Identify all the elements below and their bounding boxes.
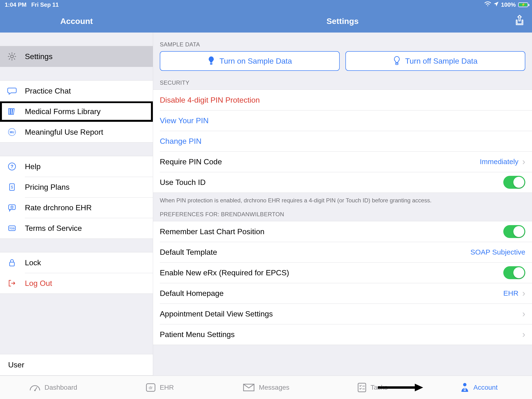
tab-messages[interactable]: Messages [213,383,319,392]
sidebar-user-label: User [8,361,24,369]
header-right-title: Settings [327,17,359,26]
change-pin-row[interactable]: Change PIN [153,131,532,152]
cell-value: SOAP Subjective [470,248,525,256]
gear-icon [6,52,18,61]
sidebar: Settings Practice Chat Medical Forms Lib… [0,32,153,376]
sidebar-item-practice-chat[interactable]: Practice Chat [0,81,153,101]
tab-label: Dashboard [44,384,77,391]
sidebar-item-forms-library[interactable]: Medical Forms Library [0,101,153,122]
svg-point-16 [34,390,36,391]
tos-icon: TOS [6,223,18,233]
svg-marker-22 [415,384,423,391]
star-chat-icon [6,203,18,212]
cell-label: Default Template [160,248,217,257]
books-icon [6,107,18,116]
sidebar-user-row[interactable]: User [0,354,153,376]
svg-text:$: $ [11,185,13,189]
location-icon [494,1,499,8]
button-label: Turn off Sample Data [405,57,477,66]
share-button[interactable] [515,15,524,26]
cell-label: Patient Menu Settings [160,330,235,339]
main-content: SAMPLE DATA Turn on Sample Data Turn off… [153,32,532,376]
sidebar-item-label: Meaningful Use Report [18,128,103,137]
lock-icon [6,258,18,267]
disable-pin-row[interactable]: Disable 4-digit PIN Protection [153,90,532,110]
require-pin-row[interactable]: Require PIN Code Immediately › [153,152,532,172]
sidebar-item-lock[interactable]: Lock [0,252,153,273]
turn-off-sample-data-button[interactable]: Turn off Sample Data [345,51,525,71]
svg-rect-1 [9,109,10,114]
sidebar-item-logout[interactable]: Log Out [0,273,153,293]
cell-label: Appointment Detail View Settings [160,310,273,318]
sidebar-item-label: Log Out [18,279,52,288]
appt-detail-row[interactable]: Appointment Detail View Settings › [153,304,532,324]
sidebar-item-label: Practice Chat [18,87,71,95]
cell-label: Disable 4-digit PIN Protection [160,96,260,105]
status-time: 1:04 PM [5,1,26,8]
svg-text:TOS: TOS [9,227,15,230]
logout-icon [6,279,18,288]
svg-rect-2 [11,109,12,114]
sidebar-item-mu-report[interactable]: MU Meaningful Use Report [0,122,153,142]
turn-on-sample-data-button[interactable]: Turn on Sample Data [160,51,340,71]
help-icon: ? [6,162,18,171]
header-left-title: Account [0,10,153,32]
svg-point-23 [463,383,466,386]
chevron-right-icon: › [522,329,525,340]
chevron-right-icon: › [522,288,525,298]
cell-label: Enable New eRx (Required for EPCS) [160,268,289,277]
dr-badge-icon: dr [146,383,156,392]
chevron-right-icon: › [522,157,525,167]
lightbulb-on-icon [208,56,215,66]
tab-dashboard[interactable]: Dashboard [0,383,107,392]
svg-point-0 [11,55,13,58]
sidebar-item-label: Settings [18,52,53,61]
cell-label: Default Homepage [160,289,224,298]
default-template-row[interactable]: Default Template SOAP Subjective [153,242,532,262]
svg-rect-20 [358,383,366,392]
sidebar-item-help[interactable]: ? Help [0,156,153,177]
erx-toggle[interactable] [503,266,525,279]
checklist-icon [357,382,367,393]
sidebar-item-label: Medical Forms Library [18,107,101,116]
svg-text:dr: dr [149,385,153,390]
tab-ehr[interactable]: dr EHR [107,383,213,392]
remember-chart-toggle[interactable] [503,225,525,238]
sidebar-item-settings[interactable]: Settings [0,46,153,67]
svg-rect-15 [396,63,398,65]
sidebar-item-pricing[interactable]: $ Pricing Plans [0,177,153,197]
cell-label: Require PIN Code [160,157,222,166]
tab-account[interactable]: Account [425,382,532,393]
sidebar-item-label: Rate drchrono EHR [18,203,92,212]
annotation-arrow-icon [378,383,423,392]
sidebar-item-label: Help [18,162,41,171]
svg-rect-14 [210,63,212,65]
battery-icon: ⚡ [518,2,528,7]
touch-id-toggle[interactable] [503,176,525,189]
homepage-row[interactable]: Default Homepage EHR › [153,283,532,304]
cell-label: Remember Last Chart Position [160,227,265,236]
cell-label: Change PIN [160,137,201,146]
sidebar-item-label: Pricing Plans [18,183,70,192]
section-header-security: SECURITY [153,71,532,89]
tab-label: EHR [160,384,174,391]
cell-label: Use Touch ID [160,178,206,187]
touch-id-row: Use Touch ID [153,172,532,193]
battery-pct: 100% [501,1,516,8]
sidebar-item-rate[interactable]: Rate drchrono EHR [0,197,153,218]
doctor-icon [460,382,469,393]
cell-label: View Your PIN [160,116,209,125]
wifi-icon [484,1,491,8]
button-label: Turn on Sample Data [220,57,292,66]
envelope-icon [243,383,255,392]
price-tag-icon: $ [6,182,18,192]
sidebar-item-label: Lock [18,258,41,267]
section-header-prefs: PREFERENCES FOR: BRENDANWILBERTON [153,209,532,221]
sidebar-item-tos[interactable]: TOS Terms of Service [0,218,153,239]
chat-bubble-icon [6,86,18,96]
patient-menu-row[interactable]: Patient Menu Settings › [153,324,532,345]
svg-rect-3 [12,109,14,114]
tab-label: Messages [259,384,289,391]
header: Account Settings [0,10,532,32]
view-pin-row[interactable]: View Your PIN [153,110,532,131]
